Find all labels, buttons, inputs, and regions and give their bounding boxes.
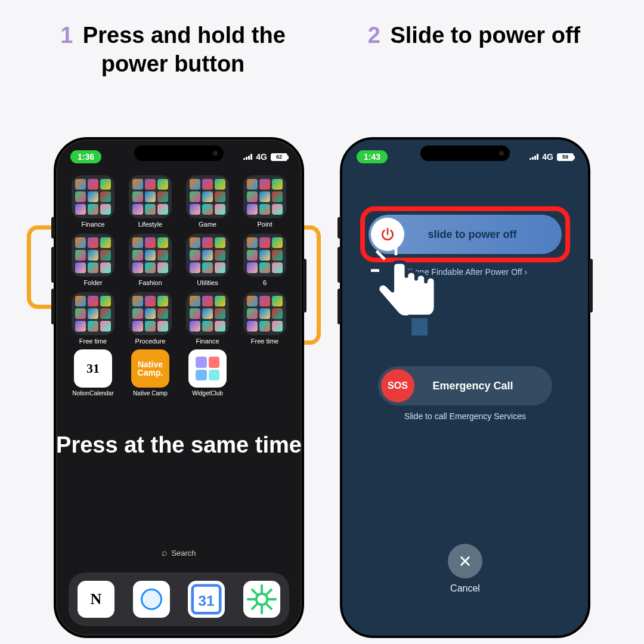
folder[interactable]: Point [239,175,291,228]
calendar-icon: 31 [74,349,112,388]
right-status-network: 4G 59 [530,152,574,162]
step-number-1: 1 [60,23,73,48]
phone-right: 1:43 4G 59 slide to power off iPhone Fin… [340,137,590,638]
folder[interactable]: Free time [239,292,291,345]
dock-notion-icon[interactable]: N [78,581,114,618]
folder[interactable]: Lifestyle [124,175,177,228]
folder-grid: Finance Lifestyle Game Point Folder Fash… [67,175,291,345]
svg-rect-12 [410,317,429,338]
power-icon[interactable] [371,218,404,251]
right-status-time: 1:43 [357,150,388,163]
folder-label: Free time [79,338,107,345]
folder-label: Folder [83,279,102,286]
dock-claude-icon[interactable] [243,581,280,618]
folder-label: Finance [196,338,219,345]
right-phone-power-button[interactable] [589,259,593,312]
folder-label: Lifestyle [138,221,162,228]
folder[interactable]: 6 [239,234,291,286]
left-phone-power-button[interactable] [303,259,306,312]
app-native-camp[interactable]: NativeCamp. Native Camp [124,349,177,397]
right-status-bar: 1:43 4G 59 [342,148,588,166]
folder[interactable]: Folder [67,234,119,286]
folder-label: Finance [81,221,104,228]
phone-left: 1:36 4G 62 Finance Lifestyle Game Point … [54,137,304,638]
sos-subtext: Slide to call Emergency Services [342,411,588,421]
svg-line-9 [376,251,385,259]
folder-label: Point [257,221,272,228]
folder-label: 6 [263,279,267,286]
home-search[interactable]: Search [162,547,196,558]
folder[interactable]: Finance [181,292,234,345]
power-off-screen: 1:43 4G 59 slide to power off iPhone Fin… [342,140,588,636]
folder-label: Fashion [138,279,162,286]
tap-hand-icon [371,247,454,344]
folder-label: Procedure [135,338,166,345]
app-label: NotionCalendar [72,390,114,397]
signal-icon [243,154,252,160]
cancel-button[interactable] [448,544,482,578]
cancel-label: Cancel [450,583,480,594]
cancel-group: Cancel [342,544,588,594]
left-phone-volume-down[interactable] [51,289,55,324]
network-label: 4G [542,152,553,162]
widgetclub-icon [188,349,227,388]
left-status-time: 1:36 [70,150,101,163]
signal-icon [530,154,538,160]
folder[interactable]: Procedure [124,292,177,345]
step-text-1: Press and hold the power button [83,23,286,76]
native-camp-icon: NativeCamp. [131,349,169,388]
step-title-2: 2 Slide to power off [334,21,614,50]
folder-label: Game [199,221,216,228]
sos-label: Emergency Call [417,380,552,392]
app-notion-calendar[interactable]: 31 NotionCalendar [67,349,119,397]
svg-point-3 [143,590,160,608]
folder[interactable]: Finance [67,175,119,228]
dock: N 31 [69,572,290,626]
sos-slider[interactable]: SOS Emergency Call [378,366,552,405]
folder[interactable]: Utilities [181,234,234,286]
left-phone-mute-switch[interactable] [51,217,55,239]
folder[interactable]: Free time [67,292,119,345]
app-label: WidgetClub [192,390,223,397]
right-phone-volume-up[interactable] [338,247,341,283]
folder-label: Free time [251,338,278,345]
svg-text:31: 31 [199,593,215,609]
folder-label: Utilities [197,279,218,286]
apps-row: 31 NotionCalendar NativeCamp. Native Cam… [67,349,291,397]
folder[interactable]: Game [181,175,234,228]
svg-point-8 [256,594,268,605]
folder[interactable]: Fashion [124,234,177,286]
step-title-1: 1 Press and hold the power button [30,21,316,78]
dock-google-calendar-icon[interactable]: 31 [188,581,225,618]
left-status-network: 4G 62 [243,152,287,162]
left-status-bar: 1:36 4G 62 [56,148,302,166]
left-phone-volume-up[interactable] [51,247,55,283]
right-phone-mute-switch[interactable] [338,217,341,239]
app-widgetclub[interactable]: WidgetClub [181,349,234,397]
step-text-2: Slide to power off [390,23,580,48]
overlay-instruction: Press at the same time [56,432,302,459]
search-label: Search [171,549,196,558]
step-number-2: 2 [368,23,380,48]
slider-label: slide to power off [407,228,562,241]
right-phone-volume-down[interactable] [338,289,341,324]
battery-icon: 62 [271,153,287,161]
close-icon [459,555,472,568]
app-label: Native Camp [133,390,168,397]
network-label: 4G [256,152,267,162]
battery-icon: 59 [557,153,574,161]
sos-icon[interactable]: SOS [381,369,414,402]
dock-safari-icon[interactable] [133,581,170,618]
